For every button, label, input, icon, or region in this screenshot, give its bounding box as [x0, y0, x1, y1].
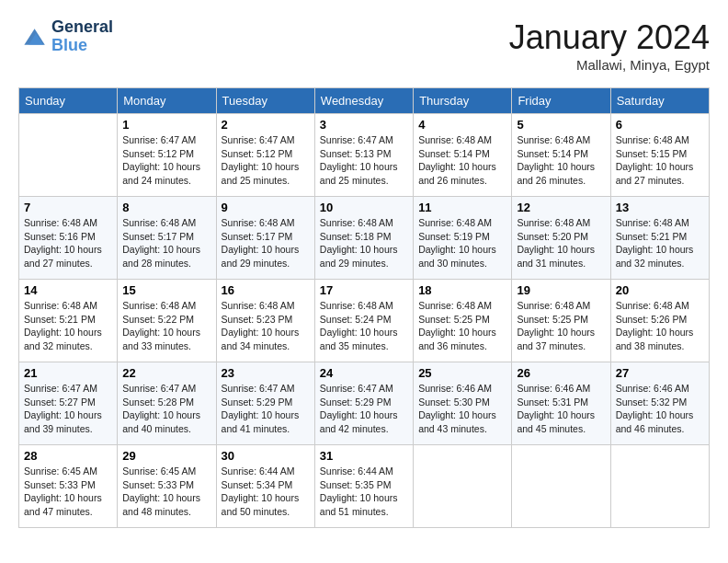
day-info: Sunrise: 6:48 AMSunset: 5:25 PMDaylight:…: [418, 299, 506, 353]
day-info: Sunrise: 6:46 AMSunset: 5:31 PMDaylight:…: [517, 382, 605, 436]
table-row: 16Sunrise: 6:48 AMSunset: 5:23 PMDayligh…: [216, 280, 314, 362]
page-header: General Blue January 2024 Mallawi, Minya…: [18, 18, 710, 73]
day-info: Sunrise: 6:48 AMSunset: 5:19 PMDaylight:…: [418, 216, 506, 270]
day-number: 24: [320, 366, 408, 380]
day-number: 3: [320, 118, 408, 132]
day-number: 5: [517, 118, 605, 132]
day-number: 18: [418, 283, 506, 297]
day-number: 8: [122, 201, 210, 214]
table-row: 20Sunrise: 6:48 AMSunset: 5:26 PMDayligh…: [610, 280, 709, 362]
calendar-table: Sunday Monday Tuesday Wednesday Thursday…: [18, 87, 710, 528]
day-info: Sunrise: 6:48 AMSunset: 5:25 PMDaylight:…: [517, 299, 605, 353]
table-row: 31Sunrise: 6:44 AMSunset: 5:35 PMDayligh…: [314, 445, 413, 528]
day-number: 31: [320, 449, 408, 463]
table-row: 7Sunrise: 6:48 AMSunset: 5:16 PMDaylight…: [19, 197, 118, 280]
table-row: 12Sunrise: 6:48 AMSunset: 5:20 PMDayligh…: [512, 197, 610, 280]
day-info: Sunrise: 6:48 AMSunset: 5:20 PMDaylight:…: [517, 216, 605, 270]
table-row: 9Sunrise: 6:48 AMSunset: 5:17 PMDaylight…: [216, 197, 314, 280]
day-number: 15: [122, 283, 210, 297]
table-row: [19, 114, 118, 197]
table-row: 11Sunrise: 6:48 AMSunset: 5:19 PMDayligh…: [414, 197, 512, 280]
day-info: Sunrise: 6:48 AMSunset: 5:21 PMDaylight:…: [24, 299, 112, 353]
day-info: Sunrise: 6:47 AMSunset: 5:29 PMDaylight:…: [222, 382, 310, 436]
calendar-row: 14Sunrise: 6:48 AMSunset: 5:21 PMDayligh…: [19, 280, 710, 362]
month-title: January 2024: [509, 18, 710, 57]
day-info: Sunrise: 6:45 AMSunset: 5:33 PMDaylight:…: [122, 465, 210, 519]
day-number: 28: [24, 449, 112, 463]
table-row: 13Sunrise: 6:48 AMSunset: 5:21 PMDayligh…: [610, 197, 709, 280]
calendar-row: 21Sunrise: 6:47 AMSunset: 5:27 PMDayligh…: [19, 362, 710, 445]
logo: General Blue: [18, 18, 113, 55]
table-row: 15Sunrise: 6:48 AMSunset: 5:22 PMDayligh…: [118, 280, 216, 362]
day-info: Sunrise: 6:44 AMSunset: 5:35 PMDaylight:…: [320, 465, 408, 519]
table-row: 25Sunrise: 6:46 AMSunset: 5:30 PMDayligh…: [414, 362, 512, 445]
day-info: Sunrise: 6:47 AMSunset: 5:29 PMDaylight:…: [320, 382, 408, 436]
day-number: 27: [616, 366, 704, 380]
day-number: 20: [616, 283, 704, 297]
table-row: 19Sunrise: 6:48 AMSunset: 5:25 PMDayligh…: [512, 280, 610, 362]
day-info: Sunrise: 6:47 AMSunset: 5:27 PMDaylight:…: [24, 382, 112, 436]
day-number: 17: [320, 283, 408, 297]
day-number: 26: [517, 366, 605, 380]
day-number: 29: [122, 449, 210, 463]
day-number: 9: [222, 201, 310, 214]
table-row: 24Sunrise: 6:47 AMSunset: 5:29 PMDayligh…: [314, 362, 413, 445]
table-row: 1Sunrise: 6:47 AMSunset: 5:12 PMDaylight…: [118, 114, 216, 197]
day-info: Sunrise: 6:48 AMSunset: 5:14 PMDaylight:…: [517, 133, 605, 188]
day-number: 25: [418, 366, 506, 380]
table-row: 3Sunrise: 6:47 AMSunset: 5:13 PMDaylight…: [314, 114, 413, 197]
day-info: Sunrise: 6:48 AMSunset: 5:18 PMDaylight:…: [320, 216, 408, 270]
day-info: Sunrise: 6:44 AMSunset: 5:34 PMDaylight:…: [222, 465, 310, 519]
table-row: 8Sunrise: 6:48 AMSunset: 5:17 PMDaylight…: [118, 197, 216, 280]
day-info: Sunrise: 6:45 AMSunset: 5:33 PMDaylight:…: [24, 465, 112, 519]
day-number: 2: [222, 118, 310, 132]
day-info: Sunrise: 6:48 AMSunset: 5:15 PMDaylight:…: [616, 133, 704, 188]
day-info: Sunrise: 6:47 AMSunset: 5:28 PMDaylight:…: [122, 382, 210, 436]
table-row: 22Sunrise: 6:47 AMSunset: 5:28 PMDayligh…: [118, 362, 216, 445]
calendar-row: 28Sunrise: 6:45 AMSunset: 5:33 PMDayligh…: [19, 445, 710, 528]
table-row: 17Sunrise: 6:48 AMSunset: 5:24 PMDayligh…: [314, 280, 413, 362]
day-number: 21: [24, 366, 112, 380]
calendar-row: 1Sunrise: 6:47 AMSunset: 5:12 PMDaylight…: [19, 114, 710, 197]
day-number: 16: [222, 283, 310, 297]
day-number: 6: [616, 118, 704, 132]
table-row: 23Sunrise: 6:47 AMSunset: 5:29 PMDayligh…: [216, 362, 314, 445]
table-row: 21Sunrise: 6:47 AMSunset: 5:27 PMDayligh…: [19, 362, 118, 445]
day-number: 13: [616, 201, 704, 214]
day-info: Sunrise: 6:48 AMSunset: 5:17 PMDaylight:…: [222, 216, 310, 270]
calendar-row: 7Sunrise: 6:48 AMSunset: 5:16 PMDaylight…: [19, 197, 710, 280]
day-info: Sunrise: 6:48 AMSunset: 5:16 PMDaylight:…: [24, 216, 112, 270]
day-number: 30: [222, 449, 310, 463]
title-block: January 2024 Mallawi, Minya, Egypt: [509, 18, 710, 73]
day-number: 1: [122, 118, 210, 132]
day-info: Sunrise: 6:46 AMSunset: 5:30 PMDaylight:…: [418, 382, 506, 436]
header-tuesday: Tuesday: [216, 88, 314, 114]
table-row: [414, 445, 512, 528]
day-info: Sunrise: 6:46 AMSunset: 5:32 PMDaylight:…: [616, 382, 704, 436]
header-monday: Monday: [118, 88, 216, 114]
header-thursday: Thursday: [414, 88, 512, 114]
day-info: Sunrise: 6:48 AMSunset: 5:17 PMDaylight:…: [122, 216, 210, 270]
day-info: Sunrise: 6:47 AMSunset: 5:12 PMDaylight:…: [222, 133, 310, 188]
table-row: 26Sunrise: 6:46 AMSunset: 5:31 PMDayligh…: [512, 362, 610, 445]
day-info: Sunrise: 6:48 AMSunset: 5:26 PMDaylight:…: [616, 299, 704, 353]
calendar-header-row: Sunday Monday Tuesday Wednesday Thursday…: [19, 88, 710, 114]
header-saturday: Saturday: [610, 88, 709, 114]
header-wednesday: Wednesday: [314, 88, 413, 114]
header-friday: Friday: [512, 88, 610, 114]
day-info: Sunrise: 6:48 AMSunset: 5:21 PMDaylight:…: [616, 216, 704, 270]
day-number: 7: [24, 201, 112, 214]
logo-text: General Blue: [51, 18, 113, 55]
day-info: Sunrise: 6:47 AMSunset: 5:12 PMDaylight:…: [122, 133, 210, 188]
table-row: 18Sunrise: 6:48 AMSunset: 5:25 PMDayligh…: [414, 280, 512, 362]
day-number: 19: [517, 283, 605, 297]
table-row: 28Sunrise: 6:45 AMSunset: 5:33 PMDayligh…: [19, 445, 118, 528]
day-number: 23: [222, 366, 310, 380]
table-row: 5Sunrise: 6:48 AMSunset: 5:14 PMDaylight…: [512, 114, 610, 197]
table-row: 29Sunrise: 6:45 AMSunset: 5:33 PMDayligh…: [118, 445, 216, 528]
day-info: Sunrise: 6:48 AMSunset: 5:24 PMDaylight:…: [320, 299, 408, 353]
table-row: 30Sunrise: 6:44 AMSunset: 5:34 PMDayligh…: [216, 445, 314, 528]
table-row: 2Sunrise: 6:47 AMSunset: 5:12 PMDaylight…: [216, 114, 314, 197]
day-info: Sunrise: 6:48 AMSunset: 5:14 PMDaylight:…: [418, 133, 506, 188]
table-row: 10Sunrise: 6:48 AMSunset: 5:18 PMDayligh…: [314, 197, 413, 280]
